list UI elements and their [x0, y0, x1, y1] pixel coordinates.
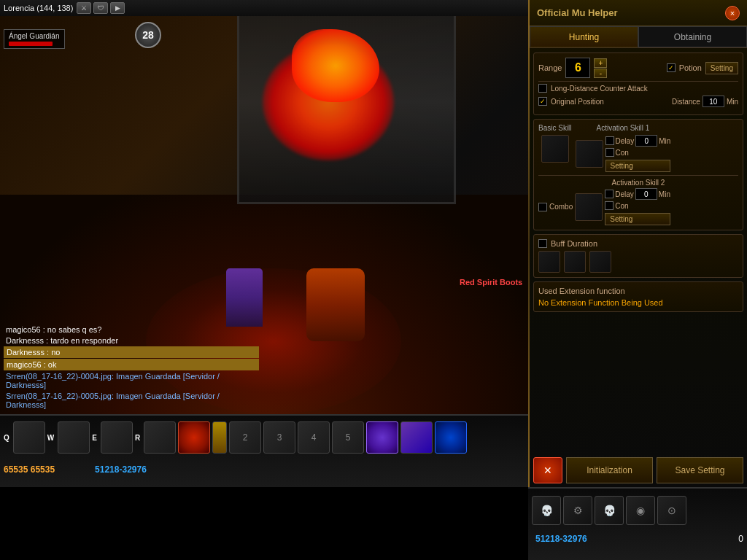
buff-duration-checkbox[interactable] — [538, 239, 547, 248]
key-r: R — [135, 434, 140, 442]
delay1-input[interactable] — [635, 135, 657, 147]
icon-slot-skull2[interactable]: 💀 — [595, 496, 624, 525]
bottom-right-icons: 💀 ⚙ 💀 ◉ ⊙ — [528, 489, 747, 532]
delay1-checkbox[interactable] — [605, 136, 614, 145]
range-down-button[interactable]: - — [594, 69, 607, 78]
activation-skill1-col: Activation Skill 1 Delay Min Con — [576, 124, 671, 172]
con1-label: Con — [616, 149, 629, 157]
activation-skill2-row: Combo Delay Min Con Setting — [538, 188, 738, 225]
activation-skill2-header: Activation Skill 2 — [538, 179, 738, 187]
top-icons: ⚔ 🛡 ▶ — [77, 2, 125, 14]
long-distance-row: Long-Distance Counter Attack — [538, 84, 738, 93]
min1-label: Min — [659, 137, 670, 145]
save-setting-button[interactable]: Save Setting — [657, 457, 743, 483]
skill-slot-w[interactable] — [58, 421, 90, 454]
hp-current: 65535 — [4, 464, 28, 475]
tab-bar: Hunting Obtaining — [530, 26, 747, 48]
menu-icon-1[interactable]: ⚔ — [77, 2, 91, 14]
tab-hunting[interactable]: Hunting — [530, 26, 638, 47]
icon-slot-2[interactable]: ⚙ — [563, 496, 592, 525]
skill-slot-r[interactable] — [144, 421, 176, 454]
combo-checkbox[interactable] — [538, 203, 547, 211]
delay2-checkbox[interactable] — [605, 190, 614, 198]
menu-icon-2[interactable]: 🛡 — [93, 2, 108, 14]
menu-icon-3[interactable]: ▶ — [110, 2, 125, 14]
buff-box-1[interactable] — [538, 251, 560, 273]
skill-slot-purple[interactable] — [366, 421, 398, 454]
skill-row: Q W E R 2 3 4 5 — [0, 416, 529, 459]
chat-area: magico56 : no sabes q es? Darknesss : ta… — [0, 321, 263, 414]
original-position-checkbox[interactable] — [538, 97, 547, 106]
long-distance-label: Long-Distance Counter Attack — [551, 85, 648, 93]
activation-skill2-section: Activation Skill 2 Combo Delay Min Con — [538, 179, 738, 225]
skill-slot-q[interactable] — [13, 421, 45, 454]
stats-row: 65535 65535 51218-32976 — [0, 459, 529, 480]
delay2-input[interactable] — [635, 188, 657, 200]
buff-duration-section: Buff Duration — [533, 234, 743, 278]
con1-checkbox[interactable] — [605, 148, 614, 157]
skill-slot-e[interactable] — [101, 421, 133, 454]
buff-box-2[interactable] — [564, 251, 586, 273]
key-w: W — [47, 434, 54, 442]
game-area: Red Spirit Boots Lorencia (144, 138) ⚔ 🛡… — [0, 0, 529, 487]
basic-skill-box[interactable] — [541, 135, 569, 163]
range-value: 6 — [565, 58, 590, 78]
panel-bottom-buttons: ✕ Initialization Save Setting — [533, 457, 743, 483]
tab-obtaining[interactable]: Obtaining — [638, 26, 747, 47]
con2-row: Con — [605, 201, 670, 210]
skill-slot-num3[interactable]: 3 — [263, 421, 295, 454]
extension-status: No Extension Function Being Used — [538, 298, 738, 307]
skill2-setting-button[interactable]: Setting — [605, 213, 670, 225]
distance-group: Distance Min — [672, 96, 738, 107]
skill-slot-num2[interactable]: 2 — [229, 421, 261, 454]
helper-panel: Official Mu Helper × Hunting Obtaining R… — [528, 0, 747, 487]
activation-skill1-header: Activation Skill 1 — [597, 124, 650, 132]
range-row: Range 6 + - Potion Setting — [538, 58, 738, 78]
buff-duration-row: Buff Duration — [538, 239, 738, 248]
distance-input[interactable] — [703, 96, 724, 107]
mp-max: 32976 — [122, 464, 146, 475]
icon-slot-4[interactable]: ◉ — [626, 496, 655, 525]
con2-checkbox[interactable] — [605, 201, 614, 210]
skill-slot-num4[interactable]: 4 — [298, 421, 330, 454]
cancel-button[interactable]: ✕ — [533, 457, 562, 483]
chat-line-6: Srren(08_17-16_22)-0005.jpg: Imagen Guar… — [4, 391, 259, 410]
skill-slot-blue-orb[interactable] — [435, 421, 467, 454]
skill1-setting-button[interactable]: Setting — [605, 160, 671, 172]
activation-skill2-box[interactable] — [575, 193, 603, 221]
range-up-button[interactable]: + — [594, 58, 607, 68]
key-q: Q — [4, 434, 9, 442]
angel-name: Ángel Guardián — [9, 32, 60, 40]
buff-duration-label: Buff Duration — [551, 239, 597, 248]
initialization-button[interactable]: Initialization — [566, 457, 653, 483]
skill-slot-num5[interactable]: 5 — [332, 421, 364, 454]
hp-max: 65535 — [31, 464, 55, 475]
item-drop-label[interactable]: Red Spirit Boots — [460, 278, 522, 287]
buff-box-3[interactable] — [589, 251, 611, 273]
divider1 — [538, 81, 738, 82]
helper-title-bar: Official Mu Helper × — [530, 0, 747, 26]
angel-guardian-box: Ángel Guardián — [4, 29, 65, 49]
player-name: Lorencia (144, 138) — [4, 4, 73, 12]
close-button[interactable]: × — [725, 6, 740, 20]
buff-boxes — [538, 251, 738, 273]
icon-slot-skull1[interactable]: 💀 — [532, 496, 561, 525]
activation-skill1-box[interactable] — [576, 140, 603, 168]
bottom-right-area: 💀 ⚙ 💀 ◉ ⊙ 51218-32976 0 — [528, 487, 747, 560]
con-row-1: Con — [605, 148, 671, 157]
skill-slot-bar[interactable] — [212, 421, 227, 454]
icon-slot-5[interactable]: ⊙ — [657, 496, 686, 525]
skill-slot-7[interactable] — [400, 421, 433, 454]
extension-title: Used Extension function — [538, 287, 738, 295]
helper-title: Official Mu Helper — [537, 7, 618, 18]
potion-checkbox[interactable] — [667, 63, 676, 72]
skill-slot-orb1[interactable] — [178, 421, 210, 454]
potion-setting-button[interactable]: Setting — [705, 62, 738, 74]
long-distance-checkbox[interactable] — [538, 84, 547, 93]
basic-skill-col: Basic Skill — [538, 124, 572, 163]
player-character — [226, 268, 263, 327]
extension-section: Used Extension function No Extension Fun… — [533, 281, 743, 312]
monster — [306, 268, 365, 341]
chat-line-1: magico56 : no sabes q es? — [4, 324, 259, 335]
delay2-label: Delay — [615, 190, 634, 198]
